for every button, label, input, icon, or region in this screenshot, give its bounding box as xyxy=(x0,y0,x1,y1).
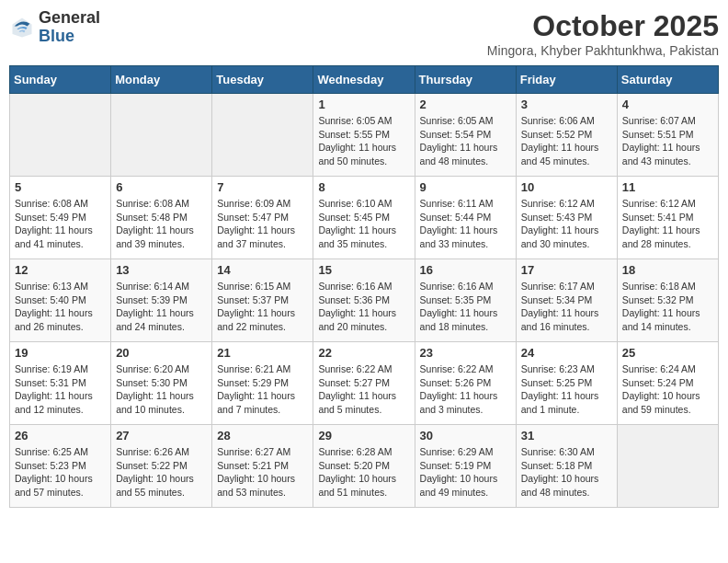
day-info: Sunrise: 6:10 AM Sunset: 5:45 PM Dayligh… xyxy=(318,197,409,251)
table-row: 29Sunrise: 6:28 AM Sunset: 5:20 PM Dayli… xyxy=(313,425,415,508)
day-number: 25 xyxy=(622,346,713,360)
table-row: 24Sunrise: 6:23 AM Sunset: 5:25 PM Dayli… xyxy=(516,342,617,425)
day-info: Sunrise: 6:05 AM Sunset: 5:55 PM Dayligh… xyxy=(318,114,409,168)
calendar-week-row: 12Sunrise: 6:13 AM Sunset: 5:40 PM Dayli… xyxy=(10,259,719,342)
table-row xyxy=(212,94,313,177)
day-number: 20 xyxy=(116,346,207,360)
day-number: 17 xyxy=(521,263,612,277)
calendar-week-row: 26Sunrise: 6:25 AM Sunset: 5:23 PM Dayli… xyxy=(10,425,719,508)
day-info: Sunrise: 6:22 AM Sunset: 5:26 PM Dayligh… xyxy=(420,362,511,417)
day-info: Sunrise: 6:27 AM Sunset: 5:21 PM Dayligh… xyxy=(217,445,308,500)
day-number: 21 xyxy=(217,346,308,360)
page-header: General Blue October 2025 Mingora, Khybe… xyxy=(9,9,719,58)
day-number: 15 xyxy=(318,263,409,277)
table-row: 13Sunrise: 6:14 AM Sunset: 5:39 PM Dayli… xyxy=(111,259,212,342)
table-row: 8Sunrise: 6:10 AM Sunset: 5:45 PM Daylig… xyxy=(313,177,415,259)
day-number: 22 xyxy=(318,346,409,360)
day-info: Sunrise: 6:28 AM Sunset: 5:20 PM Dayligh… xyxy=(318,445,409,500)
table-row xyxy=(111,94,212,177)
col-thursday: Thursday xyxy=(415,66,516,94)
table-row: 26Sunrise: 6:25 AM Sunset: 5:23 PM Dayli… xyxy=(10,425,111,508)
table-row: 3Sunrise: 6:06 AM Sunset: 5:52 PM Daylig… xyxy=(516,94,617,177)
calendar-week-row: 5Sunrise: 6:08 AM Sunset: 5:49 PM Daylig… xyxy=(10,177,719,259)
calendar-table: Sunday Monday Tuesday Wednesday Thursday… xyxy=(9,65,719,508)
day-info: Sunrise: 6:09 AM Sunset: 5:47 PM Dayligh… xyxy=(217,197,308,251)
calendar-week-row: 1Sunrise: 6:05 AM Sunset: 5:55 PM Daylig… xyxy=(10,94,719,177)
table-row: 4Sunrise: 6:07 AM Sunset: 5:51 PM Daylig… xyxy=(617,94,718,177)
table-row: 20Sunrise: 6:20 AM Sunset: 5:30 PM Dayli… xyxy=(111,342,212,425)
logo-icon xyxy=(9,15,35,40)
day-info: Sunrise: 6:06 AM Sunset: 5:52 PM Dayligh… xyxy=(521,114,612,168)
day-number: 3 xyxy=(521,98,612,111)
calendar-header-row: Sunday Monday Tuesday Wednesday Thursday… xyxy=(10,66,719,94)
table-row: 17Sunrise: 6:17 AM Sunset: 5:34 PM Dayli… xyxy=(516,259,617,342)
table-row: 16Sunrise: 6:16 AM Sunset: 5:35 PM Dayli… xyxy=(415,259,516,342)
logo-text: General Blue xyxy=(39,9,100,46)
table-row: 10Sunrise: 6:12 AM Sunset: 5:43 PM Dayli… xyxy=(516,177,617,259)
day-number: 9 xyxy=(420,180,511,194)
day-number: 30 xyxy=(420,429,511,442)
table-row xyxy=(10,94,111,177)
day-number: 8 xyxy=(318,180,409,194)
day-number: 6 xyxy=(116,180,207,194)
logo: General Blue xyxy=(9,9,100,46)
table-row: 15Sunrise: 6:16 AM Sunset: 5:36 PM Dayli… xyxy=(313,259,415,342)
table-row: 31Sunrise: 6:30 AM Sunset: 5:18 PM Dayli… xyxy=(516,425,617,508)
col-friday: Friday xyxy=(516,66,617,94)
day-number: 13 xyxy=(116,263,207,277)
day-info: Sunrise: 6:20 AM Sunset: 5:30 PM Dayligh… xyxy=(116,362,207,417)
day-info: Sunrise: 6:16 AM Sunset: 5:35 PM Dayligh… xyxy=(420,280,511,334)
col-wednesday: Wednesday xyxy=(313,66,415,94)
day-number: 19 xyxy=(15,346,106,360)
day-info: Sunrise: 6:13 AM Sunset: 5:40 PM Dayligh… xyxy=(15,280,106,334)
title-block: October 2025 Mingora, Khyber Pakhtunkhwa… xyxy=(487,9,719,58)
table-row: 7Sunrise: 6:09 AM Sunset: 5:47 PM Daylig… xyxy=(212,177,313,259)
day-info: Sunrise: 6:17 AM Sunset: 5:34 PM Dayligh… xyxy=(521,280,612,334)
day-info: Sunrise: 6:12 AM Sunset: 5:41 PM Dayligh… xyxy=(622,197,713,251)
day-number: 24 xyxy=(521,346,612,360)
location-title: Mingora, Khyber Pakhtunkhwa, Pakistan xyxy=(487,43,719,58)
day-info: Sunrise: 6:26 AM Sunset: 5:22 PM Dayligh… xyxy=(116,445,207,500)
day-number: 10 xyxy=(521,180,612,194)
day-number: 5 xyxy=(15,180,106,194)
day-number: 2 xyxy=(420,98,511,111)
day-number: 26 xyxy=(15,429,106,442)
day-info: Sunrise: 6:18 AM Sunset: 5:32 PM Dayligh… xyxy=(622,280,713,334)
day-info: Sunrise: 6:08 AM Sunset: 5:48 PM Dayligh… xyxy=(116,197,207,251)
day-info: Sunrise: 6:24 AM Sunset: 5:24 PM Dayligh… xyxy=(622,362,713,417)
day-info: Sunrise: 6:19 AM Sunset: 5:31 PM Dayligh… xyxy=(15,362,106,417)
day-number: 27 xyxy=(116,429,207,442)
day-info: Sunrise: 6:07 AM Sunset: 5:51 PM Dayligh… xyxy=(622,114,713,168)
col-tuesday: Tuesday xyxy=(212,66,313,94)
day-info: Sunrise: 6:05 AM Sunset: 5:54 PM Dayligh… xyxy=(420,114,511,168)
day-info: Sunrise: 6:16 AM Sunset: 5:36 PM Dayligh… xyxy=(318,280,409,334)
day-info: Sunrise: 6:12 AM Sunset: 5:43 PM Dayligh… xyxy=(521,197,612,251)
day-number: 11 xyxy=(622,180,713,194)
day-info: Sunrise: 6:23 AM Sunset: 5:25 PM Dayligh… xyxy=(521,362,612,417)
table-row: 23Sunrise: 6:22 AM Sunset: 5:26 PM Dayli… xyxy=(415,342,516,425)
day-info: Sunrise: 6:11 AM Sunset: 5:44 PM Dayligh… xyxy=(420,197,511,251)
table-row: 25Sunrise: 6:24 AM Sunset: 5:24 PM Dayli… xyxy=(617,342,718,425)
day-number: 1 xyxy=(318,98,409,111)
table-row: 5Sunrise: 6:08 AM Sunset: 5:49 PM Daylig… xyxy=(10,177,111,259)
day-number: 4 xyxy=(622,98,713,111)
table-row: 14Sunrise: 6:15 AM Sunset: 5:37 PM Dayli… xyxy=(212,259,313,342)
table-row: 22Sunrise: 6:22 AM Sunset: 5:27 PM Dayli… xyxy=(313,342,415,425)
day-info: Sunrise: 6:15 AM Sunset: 5:37 PM Dayligh… xyxy=(217,280,308,334)
day-number: 16 xyxy=(420,263,511,277)
day-number: 14 xyxy=(217,263,308,277)
day-number: 23 xyxy=(420,346,511,360)
day-number: 7 xyxy=(217,180,308,194)
table-row: 30Sunrise: 6:29 AM Sunset: 5:19 PM Dayli… xyxy=(415,425,516,508)
col-saturday: Saturday xyxy=(617,66,718,94)
col-monday: Monday xyxy=(111,66,212,94)
table-row: 21Sunrise: 6:21 AM Sunset: 5:29 PM Dayli… xyxy=(212,342,313,425)
day-info: Sunrise: 6:22 AM Sunset: 5:27 PM Dayligh… xyxy=(318,362,409,417)
day-info: Sunrise: 6:08 AM Sunset: 5:49 PM Dayligh… xyxy=(15,197,106,251)
day-info: Sunrise: 6:30 AM Sunset: 5:18 PM Dayligh… xyxy=(521,445,612,500)
day-number: 18 xyxy=(622,263,713,277)
day-info: Sunrise: 6:29 AM Sunset: 5:19 PM Dayligh… xyxy=(420,445,511,500)
table-row: 19Sunrise: 6:19 AM Sunset: 5:31 PM Dayli… xyxy=(10,342,111,425)
day-info: Sunrise: 6:14 AM Sunset: 5:39 PM Dayligh… xyxy=(116,280,207,334)
table-row: 11Sunrise: 6:12 AM Sunset: 5:41 PM Dayli… xyxy=(617,177,718,259)
